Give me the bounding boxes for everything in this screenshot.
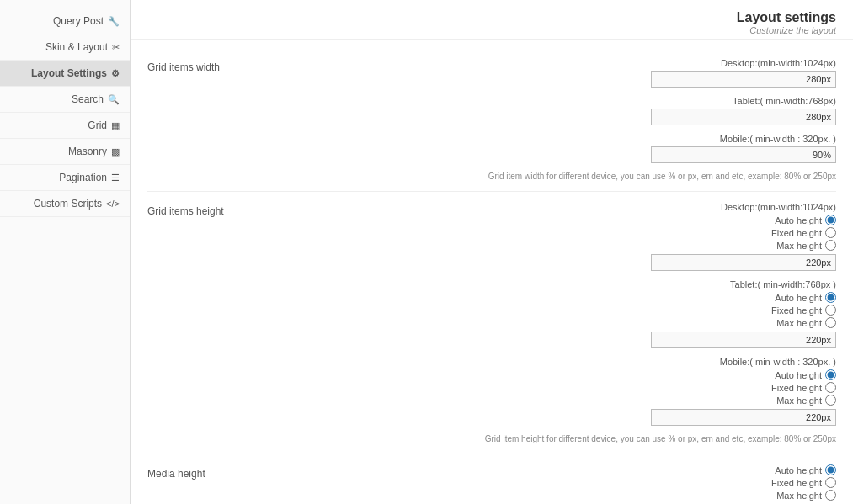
main-content: Layout settings Customize the layout Gri…: [131, 0, 853, 504]
desktop-width-group: Desktop:(min-width:1024px): [282, 58, 836, 88]
desktop-auto-height-label: Auto height: [775, 215, 822, 225]
desktop-height-radio-group: Auto height Fixed height Max height: [282, 215, 836, 251]
media-max-height-row: Max height: [282, 490, 836, 501]
mobile-auto-height-row: Auto height: [282, 369, 836, 380]
media-height-content: Auto height Fixed height Max height: [282, 464, 836, 504]
media-max-height-radio[interactable]: [825, 490, 836, 501]
tablet-fixed-height-row: Fixed height: [282, 305, 836, 316]
mobile-width-group: Mobile:( min-width : 320px. ): [282, 134, 836, 163]
tablet-height-group: Tablet:( min-width:768px ) Auto height F…: [282, 279, 836, 348]
pagination-icon: ☰: [111, 172, 120, 183]
desktop-auto-height-row: Auto height: [282, 215, 836, 225]
page-header: Layout settings Customize the layout: [131, 0, 853, 40]
desktop-max-height-label: Max height: [776, 241, 822, 251]
search-icon: 🔍: [108, 94, 120, 105]
media-fixed-height-row: Fixed height: [282, 477, 836, 488]
sidebar-item-masonry[interactable]: Masonry ▩: [0, 139, 130, 165]
sidebar-item-custom-scripts[interactable]: Custom Scripts </>: [0, 191, 130, 217]
sidebar: Query Post 🔧 Skin & Layout ✂ Layout Sett…: [0, 0, 131, 504]
desktop-fixed-height-row: Fixed height: [282, 227, 836, 238]
grid-items-width-label: Grid items width: [147, 58, 282, 181]
tablet-fixed-height-radio[interactable]: [825, 305, 836, 316]
media-height-section: Media height Auto height Fixed height Ma…: [147, 454, 836, 504]
media-fixed-height-radio[interactable]: [825, 477, 836, 488]
desktop-auto-height-radio[interactable]: [825, 215, 836, 225]
sidebar-item-label: Search: [72, 93, 104, 105]
desktop-max-height-row: Max height: [282, 240, 836, 251]
tablet-auto-height-radio[interactable]: [825, 292, 836, 303]
media-max-height-label: Max height: [776, 491, 822, 501]
mobile-auto-height-label: Auto height: [775, 370, 822, 380]
tablet-max-height-label: Max height: [776, 318, 822, 328]
mobile-height-input[interactable]: [651, 409, 836, 426]
mobile-max-height-row: Max height: [282, 395, 836, 406]
grid-height-hint: Grid item height for different device, y…: [282, 434, 836, 443]
tablet-height-radio-group: Auto height Fixed height Max height: [282, 292, 836, 328]
mobile-height-device-label: Mobile:( min-width : 320px. ): [282, 357, 836, 367]
sidebar-item-query-post[interactable]: Query Post 🔧: [0, 8, 130, 34]
desktop-height-device-label: Desktop:(min-width:1024px): [282, 202, 836, 212]
mobile-auto-height-radio[interactable]: [825, 369, 836, 380]
tablet-auto-height-label: Auto height: [775, 293, 822, 303]
desktop-height-input[interactable]: [651, 254, 836, 271]
desktop-max-height-radio[interactable]: [825, 240, 836, 251]
desktop-fixed-height-label: Fixed height: [771, 228, 822, 238]
mobile-height-group: Mobile:( min-width : 320px. ) Auto heigh…: [282, 357, 836, 426]
sidebar-item-label: Skin & Layout: [45, 41, 108, 53]
sidebar-item-grid[interactable]: Grid ▦: [0, 113, 130, 139]
sidebar-item-search[interactable]: Search 🔍: [0, 87, 130, 113]
sidebar-item-label: Masonry: [68, 146, 107, 157]
media-auto-height-radio[interactable]: [825, 464, 836, 475]
tablet-width-group: Tablet:( min-width:768px): [282, 96, 836, 125]
tablet-width-device-label: Tablet:( min-width:768px): [282, 96, 836, 106]
sidebar-item-label: Custom Scripts: [34, 198, 102, 210]
grid-width-hint: Grid item width for different device, yo…: [282, 172, 836, 181]
tablet-max-height-row: Max height: [282, 317, 836, 328]
desktop-fixed-height-radio[interactable]: [825, 227, 836, 238]
custom-scripts-icon: </>: [106, 199, 120, 209]
mobile-max-height-radio[interactable]: [825, 395, 836, 406]
tablet-max-height-radio[interactable]: [825, 317, 836, 328]
page-title: Layout settings: [147, 10, 836, 25]
grid-items-height-label: Grid items height: [147, 202, 282, 443]
mobile-max-height-label: Max height: [776, 395, 822, 406]
sidebar-item-label: Query Post: [53, 15, 104, 27]
sidebar-item-skin-layout[interactable]: Skin & Layout ✂: [0, 34, 130, 61]
desktop-height-group: Desktop:(min-width:1024px) Auto height F…: [282, 202, 836, 271]
sidebar-item-pagination[interactable]: Pagination ☰: [0, 165, 130, 191]
sidebar-item-label: Layout Settings: [31, 67, 107, 79]
mobile-height-radio-group: Auto height Fixed height Max height: [282, 369, 836, 406]
skin-layout-icon: ✂: [112, 42, 120, 53]
media-height-label: Media height: [147, 464, 282, 504]
grid-items-width-content: Desktop:(min-width:1024px) Tablet:( min-…: [282, 58, 836, 181]
grid-items-height-section: Grid items height Desktop:(min-width:102…: [147, 192, 836, 454]
layout-settings-icon: ⚙: [111, 68, 120, 79]
tablet-height-input[interactable]: [651, 332, 836, 348]
tablet-fixed-height-label: Fixed height: [771, 305, 822, 316]
sidebar-item-label: Grid: [88, 119, 107, 131]
masonry-icon: ▩: [111, 146, 120, 157]
sidebar-item-label: Pagination: [59, 172, 107, 183]
mobile-fixed-height-row: Fixed height: [282, 382, 836, 393]
tablet-auto-height-row: Auto height: [282, 292, 836, 303]
settings-content: Grid items width Desktop:(min-width:1024…: [131, 40, 853, 504]
mobile-fixed-height-label: Fixed height: [771, 383, 822, 393]
tablet-height-device-label: Tablet:( min-width:768px ): [282, 279, 836, 289]
query-post-icon: 🔧: [108, 16, 120, 27]
media-height-radio-group: Auto height Fixed height Max height: [282, 464, 836, 501]
grid-items-width-section: Grid items width Desktop:(min-width:1024…: [147, 48, 836, 192]
grid-icon: ▦: [111, 120, 120, 131]
mobile-width-input[interactable]: [651, 146, 836, 163]
desktop-width-input[interactable]: [651, 71, 836, 88]
grid-items-height-content: Desktop:(min-width:1024px) Auto height F…: [282, 202, 836, 443]
page-subtitle: Customize the layout: [147, 25, 836, 35]
sidebar-item-layout-settings[interactable]: Layout Settings ⚙: [0, 61, 130, 87]
media-fixed-height-label: Fixed height: [771, 478, 822, 488]
mobile-width-device-label: Mobile:( min-width : 320px. ): [282, 134, 836, 144]
mobile-fixed-height-radio[interactable]: [825, 382, 836, 393]
media-auto-height-label: Auto height: [775, 465, 822, 475]
tablet-width-input[interactable]: [651, 109, 836, 125]
desktop-width-device-label: Desktop:(min-width:1024px): [282, 58, 836, 68]
media-auto-height-row: Auto height: [282, 464, 836, 475]
